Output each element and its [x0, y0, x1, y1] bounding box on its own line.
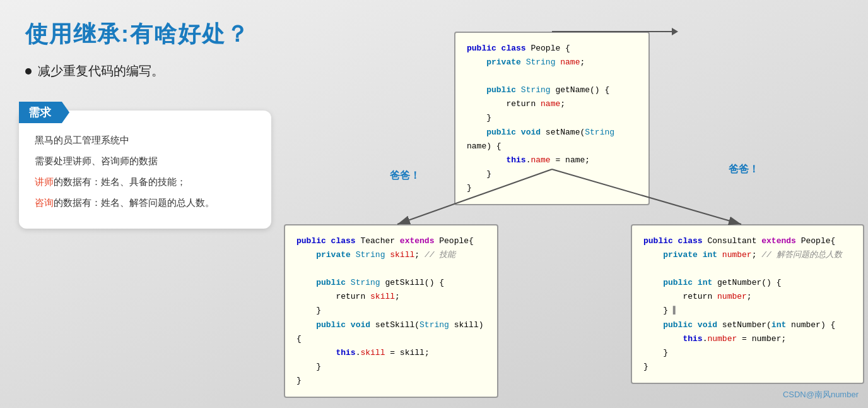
- bullet-dot: [25, 68, 32, 75]
- slide-title: 使用继承:有啥好处？: [25, 19, 843, 50]
- consultant-class-box: public class Consultant extends People{ …: [631, 224, 864, 384]
- needs-badge: 需求: [19, 102, 69, 123]
- watermark: CSDN@南风number: [783, 389, 859, 400]
- needs-line-3: 讲师的数据有：姓名、具备的技能；: [35, 171, 255, 192]
- people-class-box: public class People { private String nam…: [454, 32, 650, 205]
- needs-card: 需求 黑马的员工管理系统中 需要处理讲师、咨询师的数据 讲师的数据有：姓名、具备…: [19, 111, 271, 229]
- teacher-class-box: public class Teacher extends People{ pri…: [284, 224, 498, 398]
- highlight-consultant: 咨询: [35, 197, 54, 208]
- needs-text: 黑马的员工管理系统中 需要处理讲师、咨询师的数据 讲师的数据有：姓名、具备的技能…: [35, 129, 255, 213]
- code-class-name: People {: [531, 44, 570, 53]
- label-right: 爸爸！: [729, 163, 759, 176]
- code-kw: public class: [467, 44, 531, 53]
- slide: 使用继承:有啥好处？ 减少重复代码的编写。 需求 黑马的员工管理系统中 需要处理…: [0, 0, 868, 408]
- needs-line-1: 黑马的员工管理系统中: [35, 129, 255, 150]
- highlight-teacher: 讲师: [35, 176, 54, 187]
- code-indent: [467, 57, 486, 67]
- bullet-text: 减少重复代码的编写。: [38, 63, 164, 80]
- label-left: 爸爸！: [390, 169, 420, 183]
- bullet-point: 减少重复代码的编写。: [25, 63, 843, 80]
- needs-line-2: 需要处理讲师、咨询师的数据: [35, 150, 255, 171]
- needs-line-4: 咨询的数据有：姓名、解答问题的总人数。: [35, 192, 255, 213]
